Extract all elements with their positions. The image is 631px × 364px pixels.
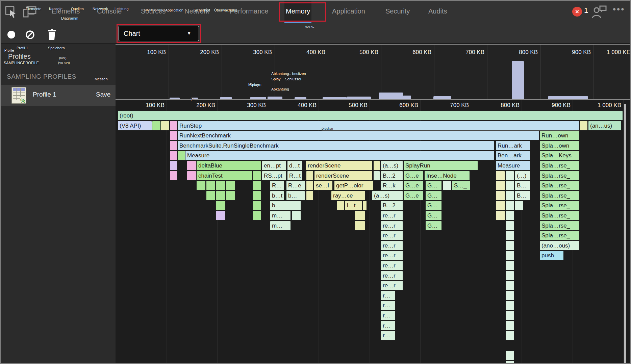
flame-segment[interactable] xyxy=(206,191,215,200)
flame-segment-B2[interactable]: B…2 xyxy=(381,171,403,180)
flame-segment[interactable] xyxy=(496,201,505,210)
flame-segment[interactable] xyxy=(506,261,514,270)
flame-segment[interactable] xyxy=(253,211,261,220)
flame-segment-R[interactable]: R… xyxy=(270,181,284,190)
flame-segment[interactable] xyxy=(253,171,261,180)
flame-segment[interactable] xyxy=(355,221,365,230)
flame-segment-V8API[interactable]: (V8 API) xyxy=(118,121,152,130)
flame-segment-Splarse[interactable]: Spla…rse_ xyxy=(540,171,579,180)
flame-segment[interactable] xyxy=(306,181,313,190)
flame-segment-B2[interactable]: B…2 xyxy=(381,201,403,210)
flame-segment[interactable] xyxy=(253,191,261,200)
trash-icon[interactable] xyxy=(47,29,56,40)
flame-segment-Runown[interactable]: Run…own xyxy=(540,131,579,140)
flame-segment[interactable] xyxy=(216,201,225,210)
flame-segment[interactable] xyxy=(506,281,514,290)
flame-segment[interactable] xyxy=(374,171,380,180)
flame-segment-Splarse[interactable]: Spla…rse_ xyxy=(540,221,579,230)
flame-segment-SplaKeys[interactable]: Spla…Keys xyxy=(540,151,579,160)
flame-segment-dt[interactable]: d…t xyxy=(287,161,302,170)
flame-segment-Splarse[interactable]: Spla…rse_ xyxy=(540,231,579,240)
flame-segment-Benark[interactable]: Ben…ark xyxy=(496,151,530,160)
tab-sources[interactable]: Sources xyxy=(140,1,167,23)
flame-segment-Ge[interactable]: G…e xyxy=(404,171,423,180)
flame-segment[interactable] xyxy=(226,181,235,190)
flame-segment-as[interactable]: (a…s) xyxy=(381,161,403,170)
flame-segment-rer[interactable]: re…r xyxy=(381,221,403,230)
profile-item-row[interactable]: % Profile 1 Save xyxy=(1,85,116,106)
flame-segment-Splarse[interactable]: Spla…rse_ xyxy=(540,211,579,220)
flame-segment-chainTest[interactable]: chainTest xyxy=(197,171,252,180)
flame-segment-S[interactable]: S…_ xyxy=(452,181,470,190)
vertical-scrollbar[interactable] xyxy=(624,104,626,364)
flame-segment[interactable] xyxy=(170,141,177,150)
flame-segment-m[interactable]: m… xyxy=(270,221,291,230)
flame-segment[interactable] xyxy=(443,181,451,190)
flame-segment-sel[interactable]: se…l xyxy=(314,181,332,190)
flame-segment[interactable] xyxy=(355,211,365,220)
flame-segment[interactable] xyxy=(306,171,313,180)
feedback-person-icon[interactable] xyxy=(592,5,607,19)
flame-segment-Measure[interactable]: Measure xyxy=(496,161,530,170)
flame-segment[interactable] xyxy=(506,291,514,300)
flame-segment-getPolor[interactable]: getP…olor xyxy=(334,181,373,190)
flame-segment-renderScene[interactable]: renderScene xyxy=(306,161,372,170)
memory-overview-chart[interactable]: 100 KB200 KB300 KB400 KB500 KB600 KB700 … xyxy=(116,44,631,99)
flame-segment-G[interactable]: G… xyxy=(426,181,441,190)
flame-segment[interactable] xyxy=(152,121,160,130)
flame-segment-rer[interactable]: re…r xyxy=(381,251,403,260)
flame-segment-b[interactable]: b… xyxy=(286,191,305,200)
flame-segment[interactable] xyxy=(506,191,514,200)
flame-segment[interactable] xyxy=(506,171,514,180)
tab-console[interactable]: Console xyxy=(96,1,123,23)
flame-segment-Measure[interactable]: Measure xyxy=(185,151,494,160)
tab-security[interactable]: Security xyxy=(384,1,411,23)
flame-segment-push[interactable]: push xyxy=(540,251,563,260)
flame-segment-deltaBlue[interactable]: deltaBlue xyxy=(197,161,261,170)
flame-segment[interactable] xyxy=(197,181,205,190)
flame-segment[interactable] xyxy=(170,131,177,140)
error-badge-icon[interactable]: ✕ xyxy=(572,7,582,17)
flame-segment[interactable] xyxy=(506,361,514,364)
tab-application[interactable]: Application xyxy=(331,1,367,23)
flame-segment-RSpt[interactable]: RS…pt xyxy=(262,171,286,180)
inspect-element-icon[interactable] xyxy=(5,5,17,18)
flame-segment-B[interactable]: B… xyxy=(515,191,530,200)
flame-segment[interactable] xyxy=(170,121,177,130)
flame-segment[interactable] xyxy=(506,181,514,190)
flame-segment-lt[interactable]: l…t xyxy=(345,201,362,210)
flame-segment[interactable] xyxy=(515,201,523,210)
flame-segment[interactable] xyxy=(216,191,225,200)
flame-segment[interactable] xyxy=(506,251,514,260)
flame-segment[interactable] xyxy=(374,161,380,170)
flame-segment[interactable] xyxy=(216,211,225,220)
flame-segment[interactable] xyxy=(506,221,514,230)
flame-segment-G[interactable]: G… xyxy=(426,221,441,230)
flame-segment-[interactable]: (…) xyxy=(515,171,530,180)
flame-segment[interactable] xyxy=(496,191,505,200)
flame-segment-rer[interactable]: re…r xyxy=(381,231,403,240)
flame-segment-rer[interactable]: re…r xyxy=(381,211,403,220)
flame-segment-bt[interactable]: b…t xyxy=(270,191,284,200)
clear-profiles-icon[interactable] xyxy=(25,30,35,40)
flame-segment-rer[interactable]: re…r xyxy=(381,271,403,280)
flame-segment-anus[interactable]: (an…us) xyxy=(588,121,621,130)
flame-segment[interactable] xyxy=(306,191,313,200)
save-link[interactable]: Save xyxy=(96,91,110,98)
flame-segment-B[interactable]: B… xyxy=(515,181,530,190)
flame-segment-Runark[interactable]: Run…ark xyxy=(496,141,530,150)
flame-segment[interactable] xyxy=(170,161,177,170)
flame-segment[interactable] xyxy=(253,201,261,210)
flame-segment-root[interactable]: (root) xyxy=(118,111,623,120)
flame-segment-r[interactable]: r… xyxy=(381,291,395,300)
flame-segment-Splaown[interactable]: Spla…own xyxy=(540,141,579,150)
flame-segment[interactable] xyxy=(253,181,261,190)
flame-segment-as[interactable]: (a…s) xyxy=(372,191,403,200)
flame-segment-r[interactable]: r… xyxy=(381,331,395,340)
flame-segment[interactable] xyxy=(292,211,301,220)
flame-segment[interactable] xyxy=(506,231,514,240)
flame-segment[interactable] xyxy=(506,271,514,280)
tab-audits[interactable]: Audits xyxy=(427,1,449,23)
flame-segment[interactable] xyxy=(496,211,505,220)
flame-segment-Rk[interactable]: R…k xyxy=(381,181,403,190)
